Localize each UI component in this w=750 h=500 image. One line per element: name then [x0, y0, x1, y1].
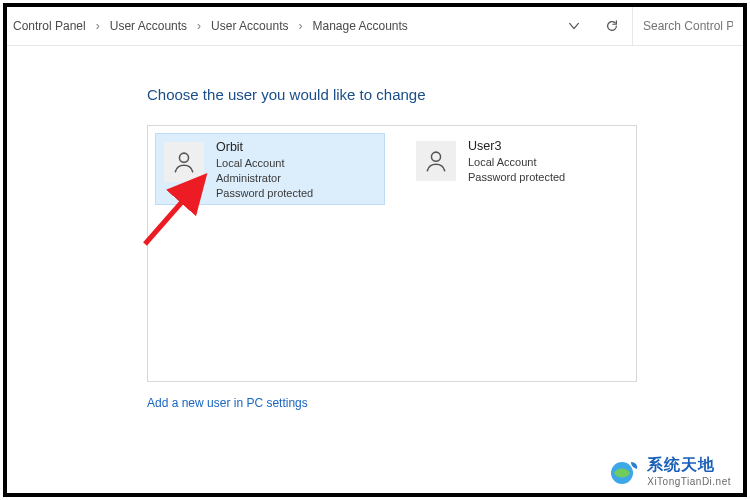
chevron-right-icon: › — [96, 19, 100, 33]
user-tile-orbit[interactable]: Orbit Local Account Administrator Passwo… — [155, 133, 385, 205]
user-info: User3 Local Account Password protected — [468, 139, 565, 185]
user-detail: Administrator — [216, 171, 313, 186]
user-info: Orbit Local Account Administrator Passwo… — [216, 140, 313, 201]
watermark: 系统天地 XiTongTianDi.net — [607, 455, 731, 487]
user-detail: Password protected — [216, 186, 313, 201]
breadcrumb-segment[interactable]: Manage Accounts — [312, 19, 407, 33]
search-input[interactable] — [641, 18, 735, 34]
address-bar: Control Panel › User Accounts › User Acc… — [7, 7, 743, 46]
globe-icon — [607, 456, 641, 486]
chevron-right-icon: › — [298, 19, 302, 33]
refresh-icon[interactable] — [604, 18, 620, 34]
watermark-sub: XiTongTianDi.net — [647, 476, 731, 487]
user-detail: Local Account — [216, 156, 313, 171]
user-detail: Local Account — [468, 155, 565, 170]
svg-point-0 — [179, 153, 188, 162]
chevron-right-icon: › — [197, 19, 201, 33]
user-detail: Password protected — [468, 170, 565, 185]
svg-point-1 — [431, 152, 440, 161]
breadcrumb[interactable]: Control Panel › User Accounts › User Acc… — [11, 19, 408, 33]
breadcrumb-segment[interactable]: Control Panel — [13, 19, 86, 33]
search-box[interactable] — [632, 7, 743, 45]
watermark-title: 系统天地 — [647, 455, 731, 476]
users-panel: Orbit Local Account Administrator Passwo… — [147, 125, 637, 382]
avatar-icon — [416, 141, 456, 181]
history-dropdown-icon[interactable] — [566, 18, 582, 34]
avatar-icon — [164, 142, 204, 182]
user-tile-user3[interactable]: User3 Local Account Password protected — [408, 133, 638, 205]
page-title: Choose the user you would like to change — [147, 86, 743, 103]
breadcrumb-segment[interactable]: User Accounts — [211, 19, 288, 33]
user-name: Orbit — [216, 140, 313, 155]
svg-point-3 — [611, 462, 633, 484]
breadcrumb-segment[interactable]: User Accounts — [110, 19, 187, 33]
add-user-link[interactable]: Add a new user in PC settings — [147, 396, 743, 410]
user-name: User3 — [468, 139, 565, 154]
